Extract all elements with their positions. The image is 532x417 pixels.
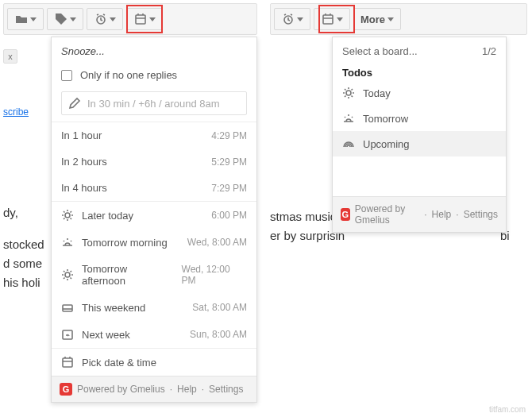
custom-snooze-input[interactable]: In 30 min / +6h / around 8am: [61, 91, 247, 115]
board-button[interactable]: [126, 8, 163, 30]
board-button[interactable]: [314, 8, 350, 30]
snooze-preset-time: Sat, 8:00 AM: [192, 302, 247, 313]
chevron-down-icon: [70, 17, 76, 21]
chevron-down-icon: [110, 17, 116, 21]
snooze-preset-row[interactable]: Tomorrow morning Wed, 8:00 AM: [52, 229, 256, 256]
gmelius-badge-icon: G: [341, 208, 350, 221]
alarm-icon: [94, 13, 107, 25]
footer-help-link[interactable]: Help: [177, 384, 197, 395]
menu-footer: G Powered by Gmelius · Help · Settings: [333, 196, 506, 232]
snooze-preset-label: This weekend: [82, 302, 145, 314]
snooze-preset-time: 6:00 PM: [211, 210, 247, 221]
snooze-preset-row[interactable]: Tomorrow afternoon Wed, 12:00 PM: [52, 256, 256, 294]
chevron-down-icon: [149, 17, 156, 21]
board-pager: 1/2: [482, 45, 496, 57]
snooze-quick-row[interactable]: In 1 hour 4:29 PM: [52, 122, 256, 149]
snooze-header: Snooze...: [52, 37, 256, 62]
only-if-no-reply-label: Only if no one replies: [80, 69, 177, 81]
toolbar-right: More: [270, 3, 527, 35]
chevron-down-icon: [297, 17, 303, 21]
footer-dot: ·: [424, 209, 426, 220]
bg-text: d some: [3, 254, 42, 273]
board-item-upcoming[interactable]: Upcoming: [333, 131, 506, 156]
svg-rect-6: [63, 358, 72, 367]
footer-powered: Powered by Gmelius: [355, 203, 419, 226]
board-header: Select a board... 1/2: [333, 37, 506, 62]
svg-point-9: [346, 91, 351, 95]
select-board-label: Select a board...: [342, 45, 418, 57]
snooze-quick-time: 7:29 PM: [211, 183, 247, 194]
menu-footer: G Powered by Gmelius · Help · Settings: [52, 376, 256, 402]
snooze-preset-label: Next week: [82, 329, 130, 341]
checkbox-icon: [61, 70, 72, 81]
footer-help-link[interactable]: Help: [432, 209, 452, 220]
tag-icon: [55, 13, 67, 25]
snooze-preset-row[interactable]: Next week Sun, 8:00 AM: [52, 321, 256, 348]
snooze-preset-time: Wed, 12:00 PM: [182, 264, 247, 286]
toolbar-left: [3, 3, 257, 35]
snooze-preset-time: Sun, 8:00 AM: [190, 329, 247, 340]
bg-text: stocked: [3, 235, 44, 254]
pick-date-row[interactable]: Pick date & time: [52, 348, 256, 376]
gmelius-badge-icon: G: [60, 383, 72, 396]
sunrise-icon: [342, 112, 355, 125]
calendar-icon: [134, 13, 147, 25]
sunrise-icon: [61, 236, 74, 249]
alarm-icon: [282, 13, 295, 25]
snooze-button[interactable]: [87, 8, 123, 30]
more-button[interactable]: More: [353, 8, 401, 30]
bg-text: his holi: [3, 273, 40, 292]
unsubscribe-link[interactable]: scribe: [3, 106, 29, 118]
pick-date-label: Pick date & time: [82, 357, 156, 369]
snooze-quick-time: 4:29 PM: [211, 130, 247, 141]
footer-settings-link[interactable]: Settings: [209, 384, 243, 395]
snooze-button[interactable]: [274, 8, 310, 30]
board-item-today[interactable]: Today: [333, 80, 506, 106]
board-item-tomorrow[interactable]: Tomorrow: [333, 106, 506, 131]
more-label: More: [360, 14, 385, 25]
next-week-icon: [61, 328, 74, 341]
snooze-preset-row[interactable]: This weekend Sat, 8:00 AM: [52, 294, 256, 321]
only-if-no-reply-row[interactable]: Only if no one replies: [52, 62, 256, 88]
bg-text: dy,: [3, 203, 18, 222]
snooze-quick-time: 5:29 PM: [211, 156, 247, 168]
weekend-icon: [61, 301, 74, 314]
board-item-label: Today: [363, 87, 391, 99]
snooze-preset-label: Tomorrow afternoon: [82, 263, 174, 287]
board-group-title: Todos: [333, 62, 506, 80]
footer-dot: ·: [456, 209, 458, 220]
svg-point-2: [65, 213, 70, 218]
snooze-preset-row[interactable]: Later today 6:00 PM: [52, 201, 256, 229]
footer-dot: ·: [170, 384, 172, 395]
svg-rect-4: [63, 305, 72, 311]
chevron-down-icon: [387, 17, 394, 21]
watermark: titfam.com: [489, 405, 526, 414]
footer-settings-link[interactable]: Settings: [464, 209, 498, 220]
snooze-quick-row[interactable]: In 4 hours 7:29 PM: [52, 175, 256, 201]
calendar-icon: [61, 356, 74, 369]
gear-icon: [342, 87, 355, 99]
chip-close[interactable]: x: [3, 49, 17, 64]
label-button[interactable]: [47, 8, 83, 30]
folder-button[interactable]: [7, 8, 44, 30]
snooze-quick-label: In 2 hours: [61, 156, 107, 168]
svg-point-3: [65, 272, 70, 277]
board-item-label: Tomorrow: [363, 113, 408, 125]
footer-dot: ·: [202, 384, 204, 395]
rainbow-icon: [342, 137, 355, 150]
snooze-preset-label: Later today: [82, 210, 133, 222]
chevron-down-icon: [337, 17, 343, 21]
snooze-quick-label: In 1 hour: [61, 129, 102, 141]
sun-icon: [61, 209, 74, 222]
snooze-preset-time: Wed, 8:00 AM: [187, 237, 247, 248]
snooze-quick-row[interactable]: In 2 hours 5:29 PM: [52, 149, 256, 175]
custom-snooze-placeholder: In 30 min / +6h / around 8am: [87, 98, 220, 110]
bg-text: stmas music: [270, 207, 336, 226]
svg-rect-1: [136, 15, 145, 24]
folder-icon: [15, 13, 28, 25]
sun-icon: [61, 268, 74, 281]
footer-powered: Powered by Gmelius: [77, 384, 165, 395]
board-menu: Select a board... 1/2 Todos Today Tomorr…: [332, 37, 507, 233]
pencil-icon: [68, 97, 81, 110]
snooze-menu: Snooze... Only if no one replies In 30 m…: [51, 37, 257, 403]
